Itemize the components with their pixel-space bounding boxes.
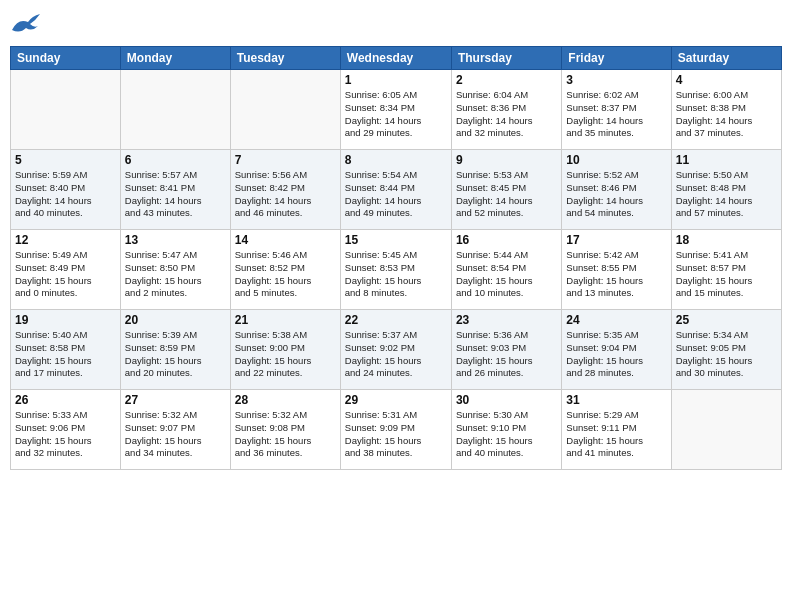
calendar-cell: 5Sunrise: 5:59 AM Sunset: 8:40 PM Daylig…: [11, 150, 121, 230]
day-number: 25: [676, 313, 777, 327]
calendar-cell: 26Sunrise: 5:33 AM Sunset: 9:06 PM Dayli…: [11, 390, 121, 470]
day-number: 28: [235, 393, 336, 407]
day-number: 4: [676, 73, 777, 87]
day-header-tuesday: Tuesday: [230, 47, 340, 70]
day-number: 3: [566, 73, 666, 87]
day-info: Sunrise: 5:54 AM Sunset: 8:44 PM Dayligh…: [345, 169, 447, 220]
day-number: 11: [676, 153, 777, 167]
calendar-cell: [230, 70, 340, 150]
calendar-cell: 13Sunrise: 5:47 AM Sunset: 8:50 PM Dayli…: [120, 230, 230, 310]
calendar-cell: 30Sunrise: 5:30 AM Sunset: 9:10 PM Dayli…: [451, 390, 561, 470]
calendar-cell: 2Sunrise: 6:04 AM Sunset: 8:36 PM Daylig…: [451, 70, 561, 150]
day-info: Sunrise: 5:34 AM Sunset: 9:05 PM Dayligh…: [676, 329, 777, 380]
calendar-cell: 6Sunrise: 5:57 AM Sunset: 8:41 PM Daylig…: [120, 150, 230, 230]
day-number: 8: [345, 153, 447, 167]
calendar-cell: 24Sunrise: 5:35 AM Sunset: 9:04 PM Dayli…: [562, 310, 671, 390]
day-info: Sunrise: 5:57 AM Sunset: 8:41 PM Dayligh…: [125, 169, 226, 220]
calendar-week-row: 19Sunrise: 5:40 AM Sunset: 8:58 PM Dayli…: [11, 310, 782, 390]
calendar-cell: 16Sunrise: 5:44 AM Sunset: 8:54 PM Dayli…: [451, 230, 561, 310]
day-info: Sunrise: 5:35 AM Sunset: 9:04 PM Dayligh…: [566, 329, 666, 380]
day-info: Sunrise: 5:36 AM Sunset: 9:03 PM Dayligh…: [456, 329, 557, 380]
day-info: Sunrise: 6:05 AM Sunset: 8:34 PM Dayligh…: [345, 89, 447, 140]
day-info: Sunrise: 6:00 AM Sunset: 8:38 PM Dayligh…: [676, 89, 777, 140]
day-info: Sunrise: 5:32 AM Sunset: 9:08 PM Dayligh…: [235, 409, 336, 460]
day-header-sunday: Sunday: [11, 47, 121, 70]
calendar-cell: 28Sunrise: 5:32 AM Sunset: 9:08 PM Dayli…: [230, 390, 340, 470]
day-number: 1: [345, 73, 447, 87]
day-info: Sunrise: 5:29 AM Sunset: 9:11 PM Dayligh…: [566, 409, 666, 460]
day-info: Sunrise: 5:38 AM Sunset: 9:00 PM Dayligh…: [235, 329, 336, 380]
calendar-cell: 20Sunrise: 5:39 AM Sunset: 8:59 PM Dayli…: [120, 310, 230, 390]
calendar-cell: 17Sunrise: 5:42 AM Sunset: 8:55 PM Dayli…: [562, 230, 671, 310]
day-header-thursday: Thursday: [451, 47, 561, 70]
header: [10, 10, 782, 38]
calendar-cell: 27Sunrise: 5:32 AM Sunset: 9:07 PM Dayli…: [120, 390, 230, 470]
logo-icon: [10, 10, 42, 38]
day-info: Sunrise: 5:45 AM Sunset: 8:53 PM Dayligh…: [345, 249, 447, 300]
day-info: Sunrise: 5:50 AM Sunset: 8:48 PM Dayligh…: [676, 169, 777, 220]
calendar-cell: 3Sunrise: 6:02 AM Sunset: 8:37 PM Daylig…: [562, 70, 671, 150]
calendar-cell: 21Sunrise: 5:38 AM Sunset: 9:00 PM Dayli…: [230, 310, 340, 390]
calendar-cell: 7Sunrise: 5:56 AM Sunset: 8:42 PM Daylig…: [230, 150, 340, 230]
day-info: Sunrise: 5:40 AM Sunset: 8:58 PM Dayligh…: [15, 329, 116, 380]
day-number: 24: [566, 313, 666, 327]
day-number: 12: [15, 233, 116, 247]
calendar-cell: 25Sunrise: 5:34 AM Sunset: 9:05 PM Dayli…: [671, 310, 781, 390]
calendar-cell: 10Sunrise: 5:52 AM Sunset: 8:46 PM Dayli…: [562, 150, 671, 230]
day-number: 15: [345, 233, 447, 247]
calendar-cell: 31Sunrise: 5:29 AM Sunset: 9:11 PM Dayli…: [562, 390, 671, 470]
day-number: 2: [456, 73, 557, 87]
day-number: 19: [15, 313, 116, 327]
day-info: Sunrise: 6:04 AM Sunset: 8:36 PM Dayligh…: [456, 89, 557, 140]
day-header-monday: Monday: [120, 47, 230, 70]
calendar-cell: 4Sunrise: 6:00 AM Sunset: 8:38 PM Daylig…: [671, 70, 781, 150]
page: SundayMondayTuesdayWednesdayThursdayFrid…: [0, 0, 792, 612]
calendar: SundayMondayTuesdayWednesdayThursdayFrid…: [10, 46, 782, 470]
day-number: 17: [566, 233, 666, 247]
calendar-cell: [11, 70, 121, 150]
day-info: Sunrise: 5:32 AM Sunset: 9:07 PM Dayligh…: [125, 409, 226, 460]
calendar-cell: 29Sunrise: 5:31 AM Sunset: 9:09 PM Dayli…: [340, 390, 451, 470]
day-info: Sunrise: 5:56 AM Sunset: 8:42 PM Dayligh…: [235, 169, 336, 220]
logo: [10, 10, 46, 38]
day-info: Sunrise: 5:39 AM Sunset: 8:59 PM Dayligh…: [125, 329, 226, 380]
day-number: 30: [456, 393, 557, 407]
calendar-cell: 19Sunrise: 5:40 AM Sunset: 8:58 PM Dayli…: [11, 310, 121, 390]
day-info: Sunrise: 5:47 AM Sunset: 8:50 PM Dayligh…: [125, 249, 226, 300]
calendar-week-row: 5Sunrise: 5:59 AM Sunset: 8:40 PM Daylig…: [11, 150, 782, 230]
day-info: Sunrise: 5:42 AM Sunset: 8:55 PM Dayligh…: [566, 249, 666, 300]
day-number: 7: [235, 153, 336, 167]
day-number: 29: [345, 393, 447, 407]
day-info: Sunrise: 5:41 AM Sunset: 8:57 PM Dayligh…: [676, 249, 777, 300]
day-number: 6: [125, 153, 226, 167]
day-number: 20: [125, 313, 226, 327]
calendar-cell: 23Sunrise: 5:36 AM Sunset: 9:03 PM Dayli…: [451, 310, 561, 390]
day-number: 5: [15, 153, 116, 167]
calendar-cell: [120, 70, 230, 150]
day-number: 31: [566, 393, 666, 407]
day-number: 14: [235, 233, 336, 247]
day-info: Sunrise: 5:46 AM Sunset: 8:52 PM Dayligh…: [235, 249, 336, 300]
day-info: Sunrise: 6:02 AM Sunset: 8:37 PM Dayligh…: [566, 89, 666, 140]
calendar-cell: 8Sunrise: 5:54 AM Sunset: 8:44 PM Daylig…: [340, 150, 451, 230]
day-number: 16: [456, 233, 557, 247]
day-number: 26: [15, 393, 116, 407]
calendar-week-row: 26Sunrise: 5:33 AM Sunset: 9:06 PM Dayli…: [11, 390, 782, 470]
day-info: Sunrise: 5:31 AM Sunset: 9:09 PM Dayligh…: [345, 409, 447, 460]
calendar-cell: 11Sunrise: 5:50 AM Sunset: 8:48 PM Dayli…: [671, 150, 781, 230]
day-number: 13: [125, 233, 226, 247]
day-number: 18: [676, 233, 777, 247]
day-info: Sunrise: 5:49 AM Sunset: 8:49 PM Dayligh…: [15, 249, 116, 300]
day-header-wednesday: Wednesday: [340, 47, 451, 70]
calendar-cell: 12Sunrise: 5:49 AM Sunset: 8:49 PM Dayli…: [11, 230, 121, 310]
calendar-cell: 15Sunrise: 5:45 AM Sunset: 8:53 PM Dayli…: [340, 230, 451, 310]
calendar-cell: 18Sunrise: 5:41 AM Sunset: 8:57 PM Dayli…: [671, 230, 781, 310]
day-number: 22: [345, 313, 447, 327]
calendar-cell: [671, 390, 781, 470]
day-header-friday: Friday: [562, 47, 671, 70]
day-number: 21: [235, 313, 336, 327]
calendar-week-row: 12Sunrise: 5:49 AM Sunset: 8:49 PM Dayli…: [11, 230, 782, 310]
day-number: 23: [456, 313, 557, 327]
day-info: Sunrise: 5:37 AM Sunset: 9:02 PM Dayligh…: [345, 329, 447, 380]
day-number: 9: [456, 153, 557, 167]
